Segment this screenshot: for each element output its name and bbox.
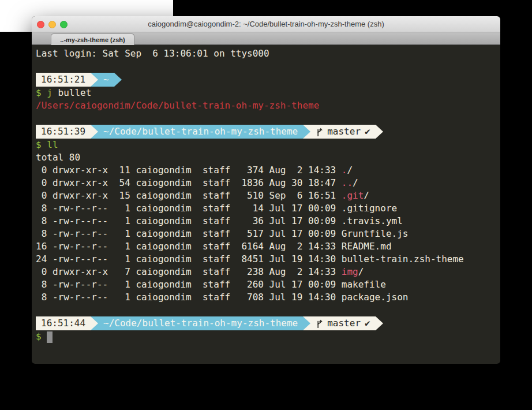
file-suffix: / — [353, 177, 358, 188]
powerline-arrow-icon — [91, 73, 98, 87]
command-line-1: $ j bullet — [36, 87, 496, 99]
prompt-path: ~/Code/bullet-train-oh-my-zsh-theme — [103, 317, 298, 330]
tab-bar: ..-my-zsh-theme (zsh) — [32, 32, 500, 45]
prompt-char: $ — [36, 139, 47, 150]
file-meta: 8 -rw-r--r-- 1 caiogondim staff 260 Jul … — [36, 279, 342, 290]
close-button[interactable] — [37, 21, 44, 28]
prompt-time: 16:51:39 — [41, 125, 85, 138]
powerline-arrow-icon — [303, 125, 310, 139]
file-meta: 0 drwxr-xr-x 11 caiogondim staff 374 Aug… — [36, 165, 342, 176]
prompt-path: ~/Code/bullet-train-oh-my-zsh-theme — [103, 125, 298, 138]
last-login-line: Last login: Sat Sep 6 13:06:01 on ttys00… — [36, 47, 496, 60]
powerline-arrow-icon — [91, 316, 98, 330]
prompt-git-segment: master ✔ — [310, 125, 375, 139]
cursor-block — [47, 331, 53, 343]
file-name: Gruntfile.js — [342, 228, 409, 239]
prompt-path-segment: ~ — [98, 73, 114, 87]
powerline-arrow-icon — [114, 73, 122, 87]
window-title: caiogondim@caiogondim-2: ~/Code/bullet-t… — [148, 20, 384, 28]
prompt-time: 16:51:44 — [41, 317, 85, 330]
command-line-3: $ — [36, 330, 496, 343]
file-suffix: / — [364, 190, 369, 201]
blank-line — [36, 304, 496, 316]
ls-row: 16 -rw-r--r-- 1 caiogondim staff 6164 Au… — [36, 240, 496, 253]
powerline-arrow-icon — [376, 316, 383, 330]
prompt-path-segment: ~/Code/bullet-train-oh-my-zsh-theme — [98, 316, 303, 330]
file-suffix: / — [347, 165, 353, 176]
ls-row: 8 -rw-r--r-- 1 caiogondim staff 14 Jul 1… — [36, 202, 496, 215]
ls-row: 24 -rw-r--r-- 1 caiogondim staff 8451 Ju… — [36, 253, 496, 266]
file-meta: 24 -rw-r--r-- 1 caiogondim staff 8451 Ju… — [36, 254, 342, 264]
file-meta: 0 drwxr-xr-x 15 caiogondim staff 510 Sep… — [36, 190, 342, 201]
file-name: .git — [342, 190, 364, 201]
file-name: .travis.yml — [342, 215, 403, 226]
command-text: j — [47, 87, 58, 98]
file-name: README.md — [342, 241, 392, 252]
file-meta: 16 -rw-r--r-- 1 caiogondim staff 6164 Au… — [36, 241, 342, 252]
file-meta: 8 -rw-r--r-- 1 caiogondim staff 517 Jul … — [36, 228, 342, 239]
prompt-char: $ — [36, 87, 47, 98]
file-meta: 8 -rw-r--r-- 1 caiogondim staff 36 Jul 1… — [36, 215, 342, 226]
traffic-lights — [37, 21, 68, 28]
prompt-time-segment: 16:51:44 — [36, 316, 91, 330]
terminal-window: caiogondim@caiogondim-2: ~/Code/bullet-t… — [32, 16, 500, 364]
prompt-path: ~ — [103, 73, 109, 86]
git-status-check: ✔ — [365, 317, 370, 330]
prompt-time-segment: 16:51:21 — [36, 73, 91, 87]
ls-row: 0 drwxr-xr-x 15 caiogondim staff 510 Sep… — [36, 189, 496, 202]
terminal-tab[interactable]: ..-my-zsh-theme (zsh) — [51, 33, 134, 45]
prompt-git-segment: master ✔ — [310, 316, 375, 330]
powerline-arrow-icon — [303, 316, 310, 330]
file-meta: 0 drwxr-xr-x 54 caiogondim staff 1836 Au… — [36, 177, 342, 188]
command-output: /Users/caiogondim/Code/bullet-train-oh-m… — [36, 99, 496, 112]
zoom-button[interactable] — [60, 21, 68, 28]
file-name: package.json — [342, 292, 409, 303]
file-meta: 8 -rw-r--r-- 1 caiogondim staff 708 Jul … — [36, 292, 342, 303]
command-args: bullet — [58, 87, 92, 98]
file-name: makefile — [342, 279, 386, 290]
git-branch-name: master — [327, 317, 361, 330]
terminal-screen[interactable]: Last login: Sat Sep 6 13:06:01 on ttys00… — [32, 45, 500, 363]
window-titlebar[interactable]: caiogondim@caiogondim-2: ~/Code/bullet-t… — [32, 16, 500, 32]
blank-line — [36, 112, 496, 125]
file-name: img — [342, 266, 358, 277]
ls-row: 0 drwxr-xr-x 11 caiogondim staff 374 Aug… — [36, 164, 496, 177]
git-branch-icon — [316, 319, 323, 329]
file-suffix: / — [358, 266, 364, 277]
prompt-bar-3: 16:51:44 ~/Code/bullet-train-oh-my-zsh-t… — [36, 316, 496, 330]
prompt-bar-1: 16:51:21 ~ — [36, 73, 496, 87]
file-name: .. — [342, 177, 353, 188]
command-line-2: $ ll — [36, 139, 496, 151]
file-meta: 8 -rw-r--r-- 1 caiogondim staff 14 Jul 1… — [36, 203, 342, 214]
file-name: bullet-train.zsh-theme — [342, 254, 464, 264]
git-branch-name: master — [327, 125, 361, 138]
file-name: .gitignore — [342, 203, 397, 214]
ls-row: 8 -rw-r--r-- 1 caiogondim staff 260 Jul … — [36, 278, 496, 291]
prompt-time-segment: 16:51:39 — [36, 125, 91, 139]
command-text: ll — [47, 139, 58, 150]
ls-row: 0 drwxr-xr-x 54 caiogondim staff 1836 Au… — [36, 177, 496, 189]
tab-label: ..-my-zsh-theme (zsh) — [60, 36, 125, 43]
ls-row: 0 drwxr-xr-x 7 caiogondim staff 238 Aug … — [36, 266, 496, 278]
ls-total-line: total 80 — [36, 151, 496, 164]
git-branch-icon — [316, 127, 323, 137]
prompt-path-segment: ~/Code/bullet-train-oh-my-zsh-theme — [98, 125, 303, 139]
prompt-bar-2: 16:51:39 ~/Code/bullet-train-oh-my-zsh-t… — [36, 125, 496, 139]
file-name: . — [342, 165, 347, 176]
minimize-button[interactable] — [48, 21, 56, 28]
file-meta: 0 drwxr-xr-x 7 caiogondim staff 238 Aug … — [36, 266, 342, 277]
ls-row: 8 -rw-r--r-- 1 caiogondim staff 36 Jul 1… — [36, 215, 496, 228]
powerline-arrow-icon — [376, 125, 383, 139]
git-status-check: ✔ — [365, 125, 370, 138]
blank-line — [36, 60, 496, 73]
ls-row: 8 -rw-r--r-- 1 caiogondim staff 517 Jul … — [36, 228, 496, 240]
prompt-char: $ — [36, 331, 47, 342]
ls-row: 8 -rw-r--r-- 1 caiogondim staff 708 Jul … — [36, 291, 496, 304]
powerline-arrow-icon — [91, 125, 98, 139]
prompt-time: 16:51:21 — [41, 73, 85, 86]
